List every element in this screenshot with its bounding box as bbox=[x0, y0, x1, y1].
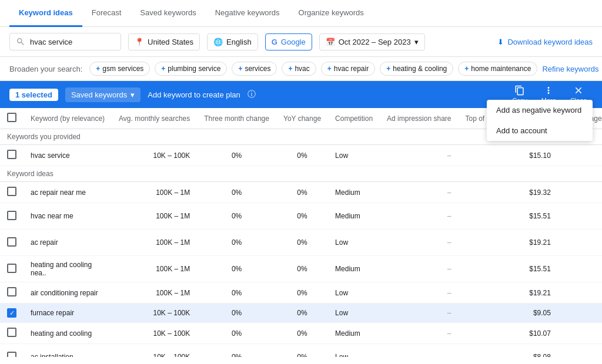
keyword-cell: heating and cooling nea.. bbox=[24, 256, 112, 282]
yoy-cell: 0% bbox=[276, 304, 328, 323]
competition-cell: Low bbox=[328, 344, 380, 358]
header-avg-monthly: Avg. monthly searches bbox=[112, 108, 197, 129]
download-label: Download keyword ideas bbox=[507, 38, 593, 46]
top-high-cell: $78.84 bbox=[558, 203, 602, 230]
row-checkbox[interactable] bbox=[7, 187, 16, 196]
competition-cell: Medium bbox=[328, 323, 380, 344]
language-button[interactable]: 🌐 English bbox=[207, 33, 258, 50]
top-high-cell: $66.39 bbox=[558, 323, 602, 344]
chevron-down-icon: ▾ bbox=[131, 90, 135, 99]
top-high-cell: $52.27 bbox=[558, 304, 602, 323]
yoy-cell: 0% bbox=[276, 323, 328, 344]
broaden-chip-hvac[interactable]: +hvac bbox=[282, 62, 316, 76]
ad-impression-cell: – bbox=[380, 282, 458, 304]
three-month-cell: 0% bbox=[197, 282, 276, 304]
yoy-cell: 0% bbox=[276, 344, 328, 358]
broaden-chip-services[interactable]: +services bbox=[232, 62, 277, 76]
broaden-chip-home[interactable]: +home maintenance bbox=[458, 62, 537, 76]
broaden-label: Broaden your search: bbox=[9, 65, 82, 73]
search-input[interactable] bbox=[30, 38, 112, 46]
top-high-cell: $65.63 bbox=[558, 145, 602, 166]
table-container: Keyword (by relevance) Avg. monthly sear… bbox=[0, 108, 602, 357]
select-all-checkbox[interactable] bbox=[7, 113, 16, 122]
top-high-cell: $78.84 bbox=[558, 256, 602, 282]
add-keyword-button[interactable]: Add keyword to create plan bbox=[148, 90, 240, 99]
ad-impression-cell: – bbox=[380, 182, 458, 203]
competition-cell: Low bbox=[328, 282, 380, 304]
tab-negative-keywords[interactable]: Negative keywords bbox=[206, 0, 289, 27]
competition-cell: Medium bbox=[328, 182, 380, 203]
download-button[interactable]: ⬇ Download keyword ideas bbox=[497, 38, 593, 46]
table-row: ac repair 100K – 1M 0% 0% Low – $19.21 $… bbox=[0, 230, 602, 256]
tab-forecast[interactable]: Forecast bbox=[82, 0, 131, 27]
keyword-cell: ac repair near me bbox=[24, 182, 112, 203]
three-month-cell: 0% bbox=[197, 323, 276, 344]
search-icon bbox=[16, 37, 25, 46]
yoy-cell: 0% bbox=[276, 203, 328, 230]
location-button[interactable]: 📍 United States bbox=[128, 33, 200, 50]
table-row: ✓ furnace repair 10K – 100K 0% 0% Low – … bbox=[0, 304, 602, 323]
dropdown-add-negative[interactable]: Add as negative keyword bbox=[487, 100, 593, 120]
header-checkbox-col bbox=[0, 108, 24, 129]
header-yoy: YoY change bbox=[276, 108, 328, 129]
date-range-button[interactable]: 📅 Oct 2022 – Sep 2023 ▾ bbox=[319, 33, 425, 50]
row-checkbox[interactable]: ✓ bbox=[7, 308, 16, 318]
top-low-cell: $9.05 bbox=[458, 304, 557, 323]
tab-organize-keywords[interactable]: Organize keywords bbox=[289, 0, 373, 27]
ad-impression-cell: – bbox=[380, 304, 458, 323]
top-low-cell: $19.32 bbox=[458, 182, 557, 203]
tab-keyword-ideas[interactable]: Keyword ideas bbox=[9, 0, 82, 27]
avg-monthly-cell: 100K – 1M bbox=[112, 256, 197, 282]
broaden-row: Broaden your search: +gsm services +plum… bbox=[0, 57, 602, 81]
broaden-chip-hvac-repair[interactable]: +hvac repair bbox=[321, 62, 375, 76]
tab-saved-keywords[interactable]: Saved keywords bbox=[131, 0, 205, 27]
yoy-cell: 0% bbox=[276, 230, 328, 256]
ad-impression-cell: – bbox=[380, 323, 458, 344]
yoy-cell: 0% bbox=[276, 256, 328, 282]
row-checkbox[interactable] bbox=[7, 287, 16, 296]
ad-impression-cell: – bbox=[380, 145, 458, 166]
row-checkbox[interactable] bbox=[7, 264, 16, 273]
ad-impression-cell: – bbox=[380, 203, 458, 230]
yoy-cell: 0% bbox=[276, 282, 328, 304]
language-icon: 🌐 bbox=[213, 38, 223, 46]
broaden-chip-plumbing[interactable]: +plumbing service bbox=[155, 62, 227, 76]
language-label: English bbox=[226, 38, 252, 46]
header-keyword: Keyword (by relevance) bbox=[24, 108, 112, 129]
dropdown-menu: Add as negative keyword Add to account bbox=[487, 100, 593, 141]
keyword-cell: furnace repair bbox=[24, 304, 112, 323]
broaden-chip-gsm[interactable]: +gsm services bbox=[89, 62, 150, 76]
three-month-cell: 0% bbox=[197, 256, 276, 282]
top-low-cell: $19.21 bbox=[458, 230, 557, 256]
dropdown-add-account[interactable]: Add to account bbox=[487, 120, 593, 141]
row-checkbox[interactable] bbox=[7, 352, 16, 358]
top-nav: Keyword ideas Forecast Saved keywords Ne… bbox=[0, 0, 602, 27]
keyword-cell: air conditioning repair bbox=[24, 282, 112, 304]
row-checkbox[interactable] bbox=[7, 211, 16, 220]
row-checkbox[interactable] bbox=[7, 328, 16, 337]
refine-keywords-button[interactable]: Refine keywords bbox=[542, 65, 598, 73]
download-icon: ⬇ bbox=[497, 38, 504, 46]
row-checkbox[interactable] bbox=[7, 150, 16, 159]
broaden-chip-heating[interactable]: +heating & cooling bbox=[380, 62, 453, 76]
date-range-label: Oct 2022 – Sep 2023 bbox=[339, 38, 411, 46]
table-row: air conditioning repair 100K – 1M 0% 0% … bbox=[0, 282, 602, 304]
search-engine-button[interactable]: G Google bbox=[265, 33, 312, 50]
more-icon bbox=[543, 85, 554, 96]
three-month-cell: 0% bbox=[197, 304, 276, 323]
saved-keywords-button[interactable]: Saved keywords ▾ bbox=[65, 87, 141, 102]
table-row: hvac service 10K – 100K 0% 0% Low – $15.… bbox=[0, 145, 602, 166]
avg-monthly-cell: 100K – 1M bbox=[112, 203, 197, 230]
info-icon[interactable]: ⓘ bbox=[248, 89, 256, 100]
table-row: hvac near me 100K – 1M 0% 0% Medium – $1… bbox=[0, 203, 602, 230]
top-high-cell: $80.64 bbox=[558, 230, 602, 256]
top-low-cell: $15.51 bbox=[458, 256, 557, 282]
top-low-cell: $8.08 bbox=[458, 344, 557, 358]
header-three-month: Three month change bbox=[197, 108, 276, 129]
table-row: ac installation 10K – 100K 0% 0% Low – $… bbox=[0, 344, 602, 358]
search-box[interactable] bbox=[9, 33, 121, 50]
competition-cell: Low bbox=[328, 304, 380, 323]
table-row: heating and cooling nea.. 100K – 1M 0% 0… bbox=[0, 256, 602, 282]
row-checkbox[interactable] bbox=[7, 237, 16, 247]
chevron-down-icon: ▾ bbox=[414, 38, 419, 46]
